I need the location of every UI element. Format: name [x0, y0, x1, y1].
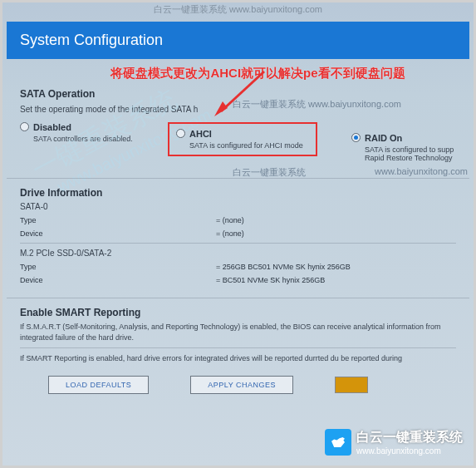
footer-url: www.baiyunxitong.com: [356, 446, 463, 456]
divider-2: [20, 243, 456, 244]
m2-type-val: = 256GB BC501 NVMe SK hynix 256GB: [216, 263, 456, 271]
option-disabled-desc: SATA controllers are disabled.: [33, 135, 161, 143]
option-raid[interactable]: RAID On SATA is configured to supp Rapid…: [351, 133, 468, 162]
bird-icon: [325, 429, 351, 456]
option-disabled[interactable]: Disabled SATA controllers are disabled.: [20, 122, 161, 156]
option-raid-label: RAID On: [365, 133, 402, 143]
sata0-type-val: = (none): [216, 216, 456, 224]
m2-name: M.2 PCIe SSD-0/SATA-2: [20, 249, 456, 258]
divider-3: [7, 298, 469, 298]
load-defaults-button[interactable]: LOAD DEFAULTS: [48, 376, 149, 394]
footer-brand-text: 白云一键重装系统: [356, 429, 463, 446]
m2-dev-key: Device: [20, 276, 216, 284]
sata0-name: SATA-0: [20, 202, 456, 211]
apply-changes-button[interactable]: APPLY CHANGES: [190, 376, 293, 394]
annotation-text: 将硬盘模式更改为AHCI就可以解决pe看不到硬盘问题: [27, 59, 476, 83]
header-bar: System Configuration: [7, 22, 469, 59]
option-ahci-label: AHCI: [189, 129, 212, 139]
smart-title: Enable SMART Reporting: [20, 307, 456, 318]
drive-info-title: Drive Information: [20, 187, 456, 199]
watermark-5: www.baiyunxitong.com: [375, 166, 468, 176]
status-indicator: [335, 377, 368, 393]
watermark-3: 白云一键重装系统 www.baiyunxitong.com: [233, 98, 401, 111]
radio-raid[interactable]: [351, 133, 361, 142]
radio-ahci[interactable]: [176, 129, 185, 138]
option-raid-desc-1: SATA is configured to supp: [365, 145, 468, 154]
ahci-highlight: AHCI SATA is configured for AHCI mode: [168, 122, 317, 156]
option-disabled-label: Disabled: [33, 122, 71, 132]
m2-type-key: Type: [20, 263, 216, 271]
divider-1: [7, 178, 469, 179]
m2-dev-val: = BC501 NVMe SK hynix 256GB: [216, 276, 456, 284]
sata0-dev-val: = (none): [216, 229, 456, 238]
smart-desc-1: If S.M.A.R.T (Self-Monitoring, Analysis,…: [20, 322, 456, 342]
page-title: System Configuration: [20, 32, 456, 49]
sata0-type-key: Type: [20, 216, 216, 224]
smart-desc-2: If SMART Reporting is enabled, hard driv…: [20, 353, 456, 364]
option-raid-desc-2: Rapid Restore Technology: [365, 154, 468, 162]
option-ahci[interactable]: AHCI SATA is configured for AHCI mode: [176, 129, 309, 150]
divider-4: [20, 347, 456, 348]
radio-disabled[interactable]: [20, 122, 29, 131]
watermark-4: 白云一键重装系统: [233, 166, 306, 179]
watermark-top: 白云一键重装系统 www.baiyunxitong.com: [154, 3, 322, 16]
option-ahci-desc: SATA is configured for AHCI mode: [189, 141, 309, 150]
sata0-dev-key: Device: [20, 229, 216, 238]
footer-brand: 白云一键重装系统 www.baiyunxitong.com: [325, 429, 463, 456]
